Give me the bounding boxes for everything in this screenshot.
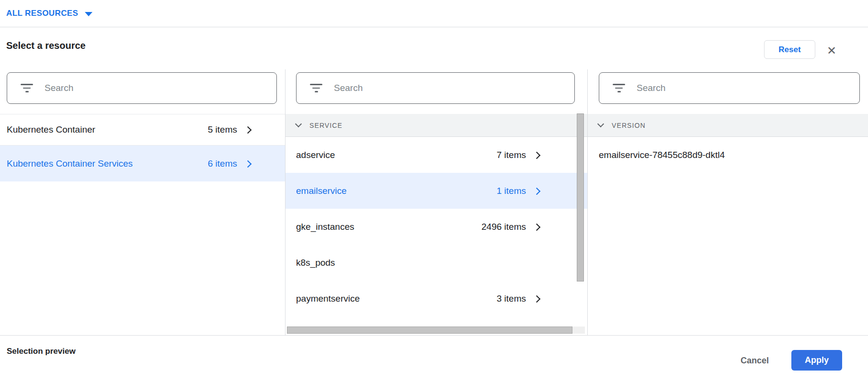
chevron-right-icon bbox=[533, 223, 541, 231]
items-group: 1 items bbox=[497, 186, 539, 196]
chevron-right-icon bbox=[533, 187, 541, 195]
resource-type-label: Kubernetes Container Services bbox=[7, 158, 133, 169]
service-column-header[interactable]: SERVICE bbox=[286, 114, 587, 137]
filter-icon bbox=[613, 84, 625, 92]
all-resources-label: ALL RESOURCES bbox=[6, 9, 78, 18]
filter-icon bbox=[21, 84, 33, 92]
version-list: emailservice-78455c88d9-dktl4 bbox=[588, 137, 868, 173]
filter-icon bbox=[310, 84, 322, 92]
service-label: paymentservice bbox=[296, 293, 360, 304]
close-icon[interactable]: ✕ bbox=[824, 43, 839, 58]
footer-divider bbox=[0, 335, 868, 336]
service-list: adservice 7 items emailservice 1 items g… bbox=[286, 137, 587, 316]
reset-button[interactable]: Reset bbox=[764, 40, 815, 59]
list-item[interactable]: gke_instances 2496 items bbox=[286, 209, 587, 245]
cancel-button[interactable]: Cancel bbox=[732, 352, 777, 369]
chevron-right-icon bbox=[533, 151, 541, 159]
resource-type-list: Kubernetes Container 5 items Kubernetes … bbox=[0, 114, 285, 181]
version-label: emailservice-78455c88d9-dktl4 bbox=[599, 150, 725, 160]
list-item[interactable]: emailservice-78455c88d9-dktl4 bbox=[588, 137, 868, 173]
service-label: adservice bbox=[296, 150, 335, 160]
selection-preview-label: Selection preview bbox=[7, 347, 76, 356]
search-input[interactable] bbox=[45, 83, 270, 93]
chevron-down-icon bbox=[597, 121, 604, 127]
items-group: 2496 items bbox=[481, 222, 539, 232]
list-item[interactable]: adservice 7 items bbox=[286, 137, 587, 173]
list-item[interactable]: paymentservice 3 items bbox=[286, 281, 587, 316]
list-item-selected[interactable]: Kubernetes Container Services 6 items bbox=[0, 146, 285, 181]
vertical-scrollbar[interactable] bbox=[577, 113, 584, 282]
top-bar: ALL RESOURCES bbox=[0, 0, 868, 27]
version-column-header[interactable]: VERSION bbox=[588, 114, 868, 137]
chevron-right-icon bbox=[533, 295, 541, 303]
horizontal-scrollbar-track bbox=[287, 327, 585, 334]
column-header-label: VERSION bbox=[612, 122, 646, 129]
items-count: 6 items bbox=[208, 158, 237, 169]
service-label: k8s_pods bbox=[296, 258, 335, 268]
resource-type-search bbox=[7, 72, 277, 104]
service-label: emailservice bbox=[296, 186, 347, 196]
items-group: 3 items bbox=[497, 293, 539, 304]
items-group: 6 items bbox=[208, 158, 251, 169]
service-label: gke_instances bbox=[296, 222, 354, 232]
items-count: 5 items bbox=[208, 124, 237, 135]
service-search bbox=[296, 72, 575, 104]
list-item-selected[interactable]: emailservice 1 items bbox=[286, 173, 587, 209]
resource-type-label: Kubernetes Container bbox=[7, 124, 95, 135]
items-count: 1 items bbox=[497, 186, 526, 196]
chevron-down-icon bbox=[295, 121, 302, 127]
caret-down-icon bbox=[85, 12, 92, 16]
column-divider bbox=[587, 69, 588, 335]
items-group: 7 items bbox=[497, 150, 539, 160]
items-count: 3 items bbox=[497, 293, 526, 304]
horizontal-scrollbar[interactable] bbox=[287, 327, 572, 334]
chevron-right-icon bbox=[244, 126, 252, 134]
list-item[interactable]: Kubernetes Container 5 items bbox=[0, 114, 285, 146]
column-header-label: SERVICE bbox=[309, 122, 343, 129]
chevron-right-icon bbox=[244, 160, 252, 168]
page-title: Select a resource bbox=[6, 40, 86, 51]
items-count: 2496 items bbox=[481, 222, 526, 232]
items-group: 5 items bbox=[208, 124, 251, 135]
search-input[interactable] bbox=[637, 83, 853, 93]
search-input[interactable] bbox=[334, 83, 568, 93]
items-count: 7 items bbox=[497, 150, 526, 160]
version-search bbox=[599, 72, 860, 104]
resource-picker-dialog: ALL RESOURCES Select a resource Reset ✕ … bbox=[0, 0, 868, 383]
all-resources-dropdown[interactable]: ALL RESOURCES bbox=[6, 9, 92, 18]
apply-button[interactable]: Apply bbox=[791, 350, 842, 371]
list-item[interactable]: k8s_pods bbox=[286, 245, 587, 281]
